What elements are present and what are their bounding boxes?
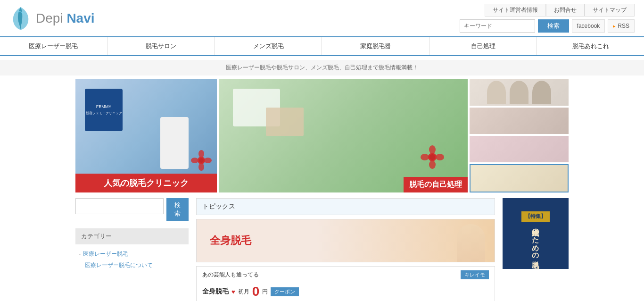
rss-button[interactable]: ▸ RSS [608,19,635,33]
hero-left[interactable]: FEMMY新宿フェモークリニック 人気の脱毛クリニック [75,79,217,192]
card2-prefix: あの芸能人も通ってる [202,271,259,279]
card2-coupon: クーポン [271,287,299,296]
svg-point-10 [436,154,444,160]
hero-thumb-4[interactable] [470,164,569,192]
category-header: カテゴリー [75,228,189,244]
card2-price-row: 全身脱毛 ♥ 初月 0 円 クーポン [197,283,495,301]
topics-card-2[interactable]: あの芸能人も通ってる キレイモ 全身脱毛 ♥ 初月 0 円 クーポン [196,266,495,301]
hero-main[interactable]: 脱毛の自己処理 [219,79,468,192]
card2-price-unit: 円 [262,288,268,296]
hero-right [470,79,569,192]
sidebar-search-input[interactable] [75,198,164,214]
facebook-button[interactable]: facebook [572,19,605,33]
leg-silhouette [457,224,485,262]
card2-text: 全身脱毛 [202,287,229,296]
clinic-sign: FEMMY新宿フェモークリニック [85,89,123,131]
hero-left-label[interactable]: 人気の脱毛クリニック [75,174,217,192]
nav-item-home[interactable]: 家庭脱毛器 [322,37,429,55]
svg-point-9 [421,154,429,160]
info-banner: 医療レーザー脱毛や脱毛サロン、メンズ脱毛、自己処理まで脱毛情報満載！ [0,60,644,75]
special-tag: 【特集】 [521,211,550,222]
rss-icon: ▸ [613,23,616,29]
special-banner[interactable]: 【特集】 結婚式のための脱毛 [503,198,569,269]
logo-text: Depi Navi [36,11,95,26]
category-item-medical[interactable]: 医療レーザー脱毛 [75,248,189,260]
soap-item [266,108,304,136]
topics-card-1-text: 全身脱毛 [202,230,259,251]
search-input[interactable] [460,19,535,33]
card2-badge: キレイモ [461,270,489,279]
svg-point-2 [198,163,204,171]
topics-card-2-inner: あの芸能人も通ってる キレイモ [197,267,495,283]
nav-item-salon[interactable]: 脱毛サロン [107,37,215,55]
header-right: サイト運営者情報 お問合せ サイトマップ 検索 facebook ▸ RSS [460,4,635,33]
card2-price: 0 [252,285,260,298]
content-section: 検索 カテゴリー 医療レーザー脱毛 医療レーザー脱毛について トピックス 全身脱… [0,198,644,301]
topics-card-1[interactable]: 全身脱毛 [196,219,495,262]
topics-card-1-image: 全身脱毛 [197,219,495,262]
right-sidebar: 【特集】 結婚式のための脱毛 [503,198,569,301]
logo: Depi Navi [9,5,95,32]
main-content: トピックス 全身脱毛 あの芸能人も通ってる キレイモ 全身脱毛 ♥ 初月 0 [196,198,495,301]
site-info-link[interactable]: サイト運営者情報 [485,4,546,17]
special-title: 結婚式のための脱毛 [531,224,541,256]
hero-main-label[interactable]: 脱毛の自己処理 [404,177,468,192]
header: Depi Navi サイト運営者情報 お問合せ サイトマップ 検索 facebo… [0,0,644,36]
sidebar: 検索 カテゴリー 医療レーザー脱毛 医療レーザー脱毛について [75,198,189,301]
nav-item-misc[interactable]: 脱毛あれこれ [537,37,644,55]
hero-thumb-3[interactable] [470,136,569,162]
header-links: サイト運営者情報 お問合せ サイトマップ [485,4,635,17]
sitemap-link[interactable]: サイトマップ [585,4,635,17]
main-nav: 医療レーザー脱毛 脱毛サロン メンズ脱毛 家庭脱毛器 自己処理 脱毛あれこれ [0,36,644,56]
nav-item-self[interactable]: 自己処理 [429,37,537,55]
search-row: 検索 facebook ▸ RSS [460,19,635,33]
hero-thumb-2[interactable] [470,108,569,134]
svg-point-4 [204,158,212,163]
hero-thumb-1[interactable] [470,79,569,106]
svg-point-5 [199,158,204,163]
svg-point-8 [429,160,436,169]
clinic-person-silhouette [160,117,189,169]
nav-item-mens[interactable]: メンズ脱毛 [215,37,322,55]
svg-point-3 [191,158,198,163]
sidebar-search-button[interactable]: 検索 [166,198,189,221]
svg-point-11 [429,154,435,160]
special-banner-content: 【特集】 結婚式のための脱毛 [521,211,550,256]
contact-link[interactable]: お問合せ [546,4,585,17]
card2-price-prefix: 初月 [238,288,249,296]
flower-deco-main [421,145,444,169]
topics-header: トピックス [196,198,495,215]
flower-deco-left [191,150,212,171]
search-button[interactable]: 検索 [538,19,569,33]
svg-point-1 [198,150,204,158]
logo-icon [9,5,32,32]
card2-right: キレイモ [461,270,489,279]
svg-point-7 [429,145,436,154]
sidebar-search: 検索 [75,198,189,221]
category-sub-medical-about[interactable]: 医療レーザー脱毛について [75,260,189,271]
card2-heart: ♥ [231,288,235,295]
hero-section: FEMMY新宿フェモークリニック 人気の脱毛クリニック 脱毛の自己処理 [0,79,644,192]
nav-item-medical[interactable]: 医療レーザー脱毛 [0,37,107,55]
